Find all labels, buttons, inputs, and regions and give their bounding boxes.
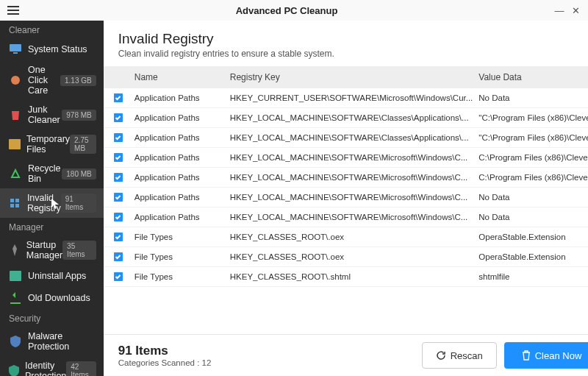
section-cleaner: Cleaner	[0, 21, 104, 38]
table-row[interactable]: Application PathsHKEY_LOCAL_MACHINE\SOFT…	[104, 188, 588, 207]
checkbox-icon[interactable]	[114, 153, 135, 162]
col-name: Name	[135, 72, 230, 82]
row-val: OperaStable.Extension	[478, 252, 588, 261]
row-key: HKEY_CURRENT_USER\SOFTWARE\Microsoft\Win…	[230, 93, 479, 102]
svg-rect-5	[15, 199, 19, 202]
sidebar-item-label: Recycle Bin	[28, 163, 62, 184]
results-table: Name Registry Key Value Data Application…	[104, 66, 588, 334]
svg-rect-6	[10, 204, 14, 207]
row-name: Application Paths	[135, 153, 230, 162]
checkbox-icon[interactable]	[114, 213, 135, 221]
sidebar-item-label: Uninstall Apps	[28, 271, 96, 281]
rescan-button[interactable]: Rescan	[422, 342, 497, 369]
sidebar-badge: 180 MB	[62, 169, 96, 180]
box-icon	[9, 138, 21, 151]
titlebar: Advanced PC Cleanup — ✕	[0, 0, 588, 21]
main-panel: Invalid Registry Clean invalid registry …	[104, 21, 588, 376]
table-row[interactable]: Application PathsHKEY_LOCAL_MACHINE\SOFT…	[104, 207, 588, 227]
page-title: Invalid Registry	[118, 31, 588, 47]
checkbox-icon[interactable]	[114, 252, 135, 261]
row-key: HKEY_LOCAL_MACHINE\SOFTWARE\Microsoft\Wi…	[230, 153, 479, 162]
row-key: HKEY_CLASSES_ROOT\.oex	[230, 252, 479, 261]
sidebar-item-startup-manager[interactable]: Startup Manager 35 Items	[0, 235, 104, 265]
sidebar-item-malware-protection[interactable]: Malware Protection	[0, 327, 104, 356]
close-button[interactable]: ✕	[567, 2, 584, 18]
sidebar-badge: 1.13 GB	[60, 75, 96, 86]
row-key: HKEY_CLASSES_ROOT\.oex	[230, 233, 479, 241]
table-row[interactable]: File TypesHKEY_CLASSES_ROOT\.oexOperaSta…	[104, 227, 588, 247]
sidebar-item-uninstall-apps[interactable]: Uninstall Apps	[0, 265, 104, 287]
sidebar-item-temporary-files[interactable]: Temporary Files 2.75 MB	[0, 130, 104, 159]
recycle-icon	[9, 167, 22, 180]
hamburger-icon[interactable]	[4, 3, 22, 18]
cursor-icon	[51, 199, 59, 209]
monitor-icon	[9, 43, 22, 56]
sidebar-item-invalid-registry[interactable]: Invalid Registry 91 Items	[0, 188, 104, 218]
checkbox-icon[interactable]	[114, 193, 135, 202]
trash-icon	[522, 350, 531, 361]
checkbox-icon[interactable]	[114, 233, 135, 241]
table-row[interactable]: Application PathsHKEY_LOCAL_MACHINE\SOFT…	[104, 148, 588, 168]
row-val: No Data	[478, 93, 588, 102]
table-row[interactable]: Application PathsHKEY_LOCAL_MACHINE\SOFT…	[104, 108, 588, 128]
bottom-bar: 91 Items Categories Scanned : 12 Rescan …	[104, 334, 588, 376]
section-manager: Manager	[0, 218, 104, 235]
table-row[interactable]: File TypesHKEY_CLASSES_ROOT\.oexOperaSta…	[104, 247, 588, 267]
page-header: Invalid Registry Clean invalid registry …	[104, 21, 588, 66]
checkbox-icon[interactable]	[114, 133, 135, 142]
row-val: No Data	[478, 213, 588, 221]
checkbox-icon[interactable]	[114, 93, 135, 102]
sidebar-item-label: Junk Cleaner	[28, 104, 62, 125]
table-row[interactable]: Application PathsHKEY_CURRENT_USER\SOFTW…	[104, 88, 588, 108]
checkbox-icon[interactable]	[114, 272, 135, 281]
sidebar-badge: 91 Items	[61, 194, 96, 213]
checkbox-icon[interactable]	[114, 113, 135, 122]
row-val: OperaStable.Extension	[478, 233, 588, 241]
row-name: Application Paths	[135, 173, 230, 182]
svg-rect-8	[10, 271, 21, 281]
row-val: No Data	[478, 193, 588, 202]
checkbox-icon[interactable]	[114, 173, 135, 182]
sidebar-item-junk-cleaner[interactable]: Junk Cleaner 978 MB	[0, 100, 104, 130]
categories-scanned: Categories Scanned : 12	[118, 358, 415, 367]
row-val: "C:\Program Files (x86)\CleverFil...	[478, 113, 588, 122]
row-key: HKEY_CLASSES_ROOT\.shtml	[230, 272, 479, 281]
col-val: Value Data	[478, 72, 588, 82]
table-row[interactable]: Application PathsHKEY_LOCAL_MACHINE\SOFT…	[104, 168, 588, 188]
row-key: HKEY_LOCAL_MACHINE\SOFTWARE\Microsoft\Wi…	[230, 193, 479, 202]
row-name: File Types	[135, 233, 230, 241]
sidebar-item-label: One Click Care	[28, 65, 60, 96]
svg-rect-7	[15, 204, 19, 207]
items-count: 91 Items	[118, 344, 415, 358]
sidebar-item-label: Startup Manager	[26, 240, 62, 260]
sidebar-badge: 2.75 MB	[70, 135, 96, 154]
table-header: Name Registry Key Value Data	[104, 66, 588, 88]
sidebar-item-old-downloads[interactable]: Old Downloads	[0, 287, 104, 309]
clean-label: Clean Now	[535, 350, 582, 361]
sidebar-item-system-status[interactable]: System Status	[0, 38, 104, 60]
clean-now-button[interactable]: Clean Now	[504, 342, 588, 369]
sidebar-item-label: Old Downloads	[28, 293, 96, 303]
svg-rect-0	[10, 44, 21, 52]
table-row[interactable]: Application PathsHKEY_LOCAL_MACHINE\SOFT…	[104, 128, 588, 148]
sidebar-item-one-click-care[interactable]: One Click Care 1.13 GB	[0, 60, 104, 100]
row-name: File Types	[135, 252, 230, 261]
row-val: "C:\Program Files (x86)\CleverFil...	[478, 133, 588, 142]
row-val: shtmlfile	[478, 272, 588, 281]
row-name: Application Paths	[135, 213, 230, 221]
sidebar-item-identity-protection[interactable]: Identity Protection 42 Items	[0, 356, 104, 376]
row-name: Application Paths	[135, 193, 230, 202]
svg-rect-4	[10, 199, 14, 202]
brush-icon	[9, 74, 22, 87]
minimize-button[interactable]: —	[551, 2, 567, 18]
row-key: HKEY_LOCAL_MACHINE\SOFTWARE\Classes\Appl…	[230, 113, 479, 122]
sidebar-badge: 35 Items	[62, 241, 96, 260]
table-row[interactable]: File TypesHKEY_CLASSES_ROOT\.shtmlshtmlf…	[104, 267, 588, 287]
row-key: HKEY_LOCAL_MACHINE\SOFTWARE\Microsoft\Wi…	[230, 173, 479, 182]
sidebar: Cleaner System Status One Click Care 1.1…	[0, 21, 104, 376]
row-key: HKEY_LOCAL_MACHINE\SOFTWARE\Classes\Appl…	[230, 133, 479, 142]
registry-icon	[9, 196, 21, 210]
trash-icon	[9, 108, 22, 121]
sidebar-item-label: System Status	[28, 44, 96, 54]
sidebar-item-recycle-bin[interactable]: Recycle Bin 180 MB	[0, 159, 104, 188]
